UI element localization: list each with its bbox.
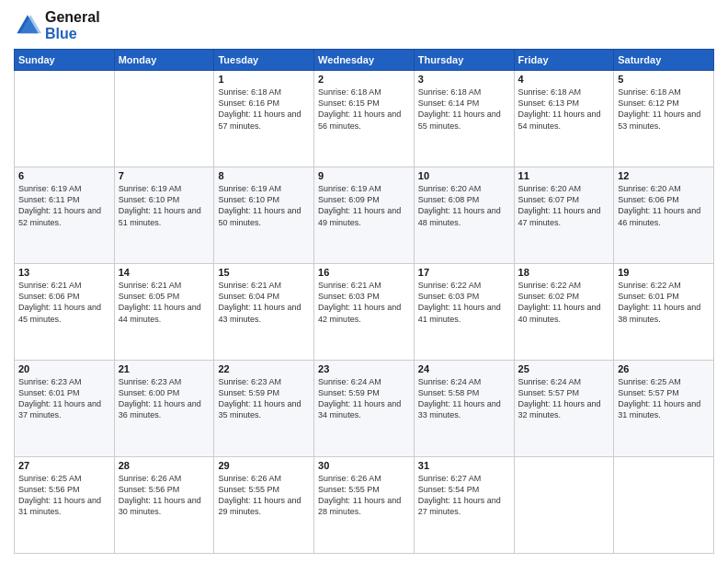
- calendar-week-row: 20Sunrise: 6:23 AM Sunset: 6:01 PM Dayli…: [15, 361, 714, 457]
- calendar-day-header: Tuesday: [214, 50, 314, 71]
- day-info: Sunrise: 6:18 AM Sunset: 6:12 PM Dayligh…: [618, 86, 710, 132]
- day-info: Sunrise: 6:22 AM Sunset: 6:03 PM Dayligh…: [418, 280, 510, 325]
- day-number: 24: [418, 363, 510, 374]
- calendar-cell: 13Sunrise: 6:21 AM Sunset: 6:06 PM Dayli…: [15, 264, 115, 361]
- day-info: Sunrise: 6:20 AM Sunset: 6:07 PM Dayligh…: [518, 183, 610, 228]
- calendar-cell: 28Sunrise: 6:26 AM Sunset: 5:56 PM Dayli…: [114, 457, 214, 554]
- day-number: 13: [18, 267, 110, 278]
- day-number: 30: [318, 460, 410, 471]
- calendar-cell: 20Sunrise: 6:23 AM Sunset: 6:01 PM Dayli…: [15, 361, 115, 457]
- calendar-cell: 19Sunrise: 6:22 AM Sunset: 6:01 PM Dayli…: [614, 264, 714, 361]
- day-info: Sunrise: 6:23 AM Sunset: 5:59 PM Dayligh…: [218, 376, 310, 421]
- calendar-cell: 4Sunrise: 6:18 AM Sunset: 6:13 PM Daylig…: [514, 71, 614, 167]
- day-number: 22: [218, 363, 310, 374]
- calendar-cell: 27Sunrise: 6:25 AM Sunset: 5:56 PM Dayli…: [15, 457, 115, 554]
- calendar-cell: 8Sunrise: 6:19 AM Sunset: 6:10 PM Daylig…: [214, 167, 314, 264]
- day-info: Sunrise: 6:26 AM Sunset: 5:55 PM Dayligh…: [318, 473, 410, 518]
- day-info: Sunrise: 6:22 AM Sunset: 6:02 PM Dayligh…: [518, 280, 610, 325]
- day-info: Sunrise: 6:18 AM Sunset: 6:14 PM Dayligh…: [418, 86, 510, 132]
- calendar-cell: 24Sunrise: 6:24 AM Sunset: 5:58 PM Dayli…: [414, 361, 514, 457]
- day-info: Sunrise: 6:25 AM Sunset: 5:56 PM Dayligh…: [18, 473, 110, 518]
- logo: General Blue: [14, 9, 100, 41]
- day-number: 17: [418, 267, 510, 278]
- day-number: 21: [119, 363, 210, 374]
- day-info: Sunrise: 6:19 AM Sunset: 6:09 PM Dayligh…: [318, 183, 410, 228]
- day-info: Sunrise: 6:25 AM Sunset: 5:57 PM Dayligh…: [618, 376, 710, 421]
- calendar-cell: 9Sunrise: 6:19 AM Sunset: 6:09 PM Daylig…: [314, 167, 415, 264]
- calendar-cell: 6Sunrise: 6:19 AM Sunset: 6:11 PM Daylig…: [15, 167, 115, 264]
- calendar-cell: 22Sunrise: 6:23 AM Sunset: 5:59 PM Dayli…: [214, 361, 314, 457]
- day-info: Sunrise: 6:18 AM Sunset: 6:13 PM Dayligh…: [518, 86, 610, 132]
- day-info: Sunrise: 6:20 AM Sunset: 6:06 PM Dayligh…: [618, 183, 710, 228]
- calendar-cell: 30Sunrise: 6:26 AM Sunset: 5:55 PM Dayli…: [314, 457, 415, 554]
- calendar-cell: 31Sunrise: 6:27 AM Sunset: 5:54 PM Dayli…: [414, 457, 514, 554]
- calendar-day-header: Sunday: [15, 50, 115, 71]
- day-number: 26: [618, 363, 710, 374]
- day-info: Sunrise: 6:27 AM Sunset: 5:54 PM Dayligh…: [418, 473, 510, 518]
- calendar-day-header: Monday: [114, 50, 214, 71]
- calendar-cell: 25Sunrise: 6:24 AM Sunset: 5:57 PM Dayli…: [514, 361, 614, 457]
- day-info: Sunrise: 6:21 AM Sunset: 6:06 PM Dayligh…: [18, 280, 110, 325]
- day-info: Sunrise: 6:24 AM Sunset: 5:59 PM Dayligh…: [318, 376, 410, 421]
- day-info: Sunrise: 6:24 AM Sunset: 5:58 PM Dayligh…: [418, 376, 510, 421]
- day-number: 5: [618, 74, 710, 85]
- logo-icon: [14, 12, 41, 40]
- day-number: 19: [618, 267, 710, 278]
- day-number: 4: [518, 74, 610, 85]
- calendar-cell: 11Sunrise: 6:20 AM Sunset: 6:07 PM Dayli…: [514, 167, 614, 264]
- calendar-cell: [114, 71, 214, 167]
- calendar-cell: 29Sunrise: 6:26 AM Sunset: 5:55 PM Dayli…: [214, 457, 314, 554]
- day-info: Sunrise: 6:20 AM Sunset: 6:08 PM Dayligh…: [418, 183, 510, 228]
- day-number: 23: [318, 363, 410, 374]
- calendar-cell: [614, 457, 714, 554]
- day-number: 12: [618, 170, 710, 181]
- day-number: 9: [318, 170, 410, 181]
- calendar-cell: [15, 71, 115, 167]
- day-info: Sunrise: 6:19 AM Sunset: 6:11 PM Dayligh…: [18, 183, 110, 228]
- day-info: Sunrise: 6:21 AM Sunset: 6:04 PM Dayligh…: [218, 280, 310, 325]
- day-info: Sunrise: 6:21 AM Sunset: 6:03 PM Dayligh…: [318, 280, 410, 325]
- calendar-cell: 10Sunrise: 6:20 AM Sunset: 6:08 PM Dayli…: [414, 167, 514, 264]
- day-number: 20: [18, 363, 110, 374]
- day-number: 7: [119, 170, 210, 181]
- calendar-cell: 5Sunrise: 6:18 AM Sunset: 6:12 PM Daylig…: [614, 71, 714, 167]
- calendar-cell: 17Sunrise: 6:22 AM Sunset: 6:03 PM Dayli…: [414, 264, 514, 361]
- calendar-cell: 18Sunrise: 6:22 AM Sunset: 6:02 PM Dayli…: [514, 264, 614, 361]
- day-number: 27: [18, 460, 110, 471]
- logo-text: General Blue: [45, 9, 100, 41]
- day-number: 2: [318, 74, 410, 85]
- calendar-cell: [514, 457, 614, 554]
- day-info: Sunrise: 6:23 AM Sunset: 6:01 PM Dayligh…: [18, 376, 110, 421]
- day-number: 31: [418, 460, 510, 471]
- header: General Blue: [14, 9, 714, 41]
- calendar-cell: 7Sunrise: 6:19 AM Sunset: 6:10 PM Daylig…: [114, 167, 214, 264]
- calendar-cell: 1Sunrise: 6:18 AM Sunset: 6:16 PM Daylig…: [214, 71, 314, 167]
- calendar-week-row: 1Sunrise: 6:18 AM Sunset: 6:16 PM Daylig…: [15, 71, 714, 167]
- calendar-day-header: Thursday: [414, 50, 514, 71]
- day-number: 28: [119, 460, 210, 471]
- day-info: Sunrise: 6:18 AM Sunset: 6:16 PM Dayligh…: [218, 86, 310, 132]
- calendar-week-row: 27Sunrise: 6:25 AM Sunset: 5:56 PM Dayli…: [15, 457, 714, 554]
- day-number: 6: [18, 170, 110, 181]
- calendar-cell: 21Sunrise: 6:23 AM Sunset: 6:00 PM Dayli…: [114, 361, 214, 457]
- calendar-cell: 14Sunrise: 6:21 AM Sunset: 6:05 PM Dayli…: [114, 264, 214, 361]
- day-number: 29: [218, 460, 310, 471]
- day-info: Sunrise: 6:24 AM Sunset: 5:57 PM Dayligh…: [518, 376, 610, 421]
- page: General Blue SundayMondayTuesdayWednesda…: [0, 0, 728, 563]
- calendar-cell: 12Sunrise: 6:20 AM Sunset: 6:06 PM Dayli…: [614, 167, 714, 264]
- calendar-week-row: 6Sunrise: 6:19 AM Sunset: 6:11 PM Daylig…: [15, 167, 714, 264]
- day-number: 18: [518, 267, 610, 278]
- day-info: Sunrise: 6:21 AM Sunset: 6:05 PM Dayligh…: [119, 280, 210, 325]
- day-info: Sunrise: 6:22 AM Sunset: 6:01 PM Dayligh…: [618, 280, 710, 325]
- calendar-week-row: 13Sunrise: 6:21 AM Sunset: 6:06 PM Dayli…: [15, 264, 714, 361]
- day-number: 16: [318, 267, 410, 278]
- calendar-day-header: Friday: [514, 50, 614, 71]
- calendar-cell: 2Sunrise: 6:18 AM Sunset: 6:15 PM Daylig…: [314, 71, 415, 167]
- day-number: 15: [218, 267, 310, 278]
- calendar-day-header: Wednesday: [314, 50, 415, 71]
- calendar-cell: 15Sunrise: 6:21 AM Sunset: 6:04 PM Dayli…: [214, 264, 314, 361]
- day-info: Sunrise: 6:19 AM Sunset: 6:10 PM Dayligh…: [119, 183, 210, 228]
- day-number: 10: [418, 170, 510, 181]
- calendar-day-header: Saturday: [614, 50, 714, 71]
- calendar-cell: 3Sunrise: 6:18 AM Sunset: 6:14 PM Daylig…: [414, 71, 514, 167]
